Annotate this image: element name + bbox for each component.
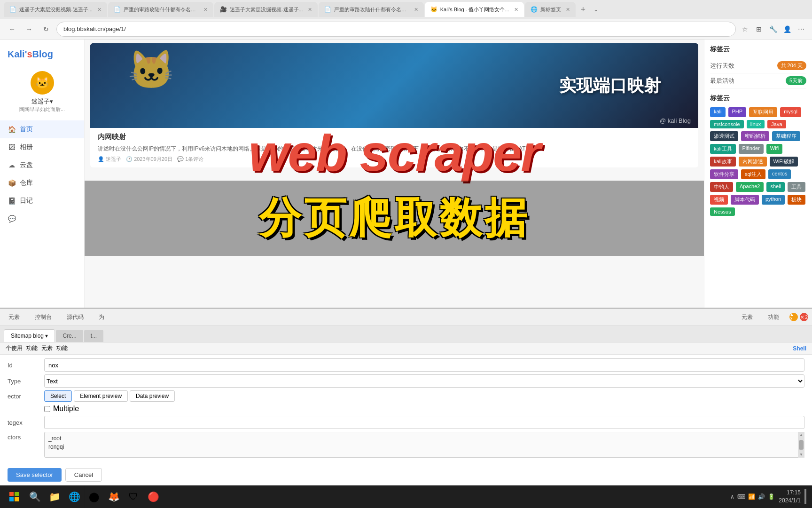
tag-nessus[interactable]: Nessus	[710, 207, 735, 216]
sidebar-item-storage[interactable]: 📦 仓库	[0, 174, 84, 192]
start-button[interactable]	[6, 488, 23, 505]
devtools-tab-console[interactable]: 控制台	[30, 311, 56, 323]
taskbar-chrome-icon[interactable]: ⬤	[86, 488, 102, 505]
show-desktop[interactable]	[804, 489, 806, 504]
tray-chevron[interactable]: ∧	[730, 493, 734, 500]
tab-more-button[interactable]: ⌄	[591, 6, 601, 13]
browser-tab-4[interactable]: 📄 严重的审路攻陆什什都有令名里... ✕	[319, 2, 424, 17]
devtools-tab-for[interactable]: 为	[94, 311, 109, 323]
devtools-tab-elements[interactable]: 元素	[4, 311, 24, 323]
article-info: 内网映射 讲述时在没什么公网IP的情况下，利用IPv6来访问木地的网络。但是IP…	[90, 128, 698, 167]
tag-china[interactable]: 中钓人	[710, 182, 733, 192]
type-select[interactable]: Text Link Image Table	[44, 374, 804, 388]
tab-close-6[interactable]: ✕	[566, 7, 570, 13]
sidebar-item-cloud[interactable]: ☁ 云盘	[0, 156, 84, 174]
tray-volume[interactable]: 🔊	[758, 493, 765, 500]
scraper-tab-t[interactable]: t...	[84, 330, 103, 342]
tag-tools[interactable]: 工具	[788, 182, 805, 192]
select-tab[interactable]: Select	[44, 390, 72, 402]
multiple-checkbox[interactable]	[44, 406, 50, 412]
logo-text: Kali'sBlog	[8, 49, 53, 60]
user-profile-icon[interactable]: 👤	[782, 24, 792, 34]
tag-webapp[interactable]: 互联网用	[749, 107, 777, 117]
save-selector-button[interactable]: Save selector	[8, 468, 62, 482]
tag-java[interactable]: Java	[767, 120, 786, 128]
tag-kaliblog[interactable]: kali故事	[710, 157, 736, 167]
data-preview-tab[interactable]: Data preview	[130, 390, 175, 402]
new-tab-button[interactable]: +	[577, 3, 590, 16]
taskbar-explorer-icon[interactable]: 📁	[46, 488, 63, 505]
tag-wifi[interactable]: Wifi	[766, 144, 782, 154]
tag-basics[interactable]: 基础程序	[772, 131, 800, 141]
taskbar-media-icon[interactable]: 🦊	[105, 488, 122, 505]
tag-mysql[interactable]: mysql	[780, 107, 801, 117]
tag-shell[interactable]: shell	[766, 182, 785, 192]
tag-msfconsole[interactable]: msfconsole	[710, 120, 744, 128]
tag-linux[interactable]: linux	[747, 120, 765, 128]
chat-icon: 💬	[8, 214, 16, 223]
tag-cloud: kali PHP 互联网用 mysql msfconsole linux Jav…	[710, 107, 806, 216]
tab-close-4[interactable]: ✕	[414, 7, 418, 13]
scrollbar[interactable]: ▲ ▼	[798, 432, 804, 458]
tag-sqluser[interactable]: sql注入	[741, 169, 765, 179]
tab-close-5[interactable]: ✕	[514, 7, 518, 13]
url-input[interactable]	[56, 22, 736, 37]
bookmark-icon[interactable]: ☆	[740, 24, 750, 34]
tag-netsec[interactable]: 内网渗透	[739, 157, 767, 167]
tag-forum[interactable]: 板块	[788, 195, 805, 205]
taskbar-clock[interactable]: 17:15 2024/1/1	[779, 489, 801, 505]
browser-tab-6[interactable]: 🌐 新标签页 ✕	[525, 2, 576, 17]
extension-icon[interactable]: 🔧	[768, 24, 778, 34]
tab-close-1[interactable]: ✕	[97, 7, 102, 13]
tag-centos[interactable]: centos	[768, 169, 791, 179]
tab-close-2[interactable]: ✕	[203, 7, 208, 13]
scraper-tab-sitemap[interactable]: Sitemap blog ▾	[4, 329, 55, 342]
error-badge: ✕ 2	[800, 313, 808, 321]
tag-sqlinjection[interactable]: 软件分享	[710, 169, 738, 179]
tag-decode[interactable]: 密码解析	[741, 131, 769, 141]
tag-php[interactable]: PHP	[728, 107, 747, 117]
sidebar-item-diary[interactable]: 📓 日记	[0, 192, 84, 210]
cancel-button[interactable]: Cancel	[65, 468, 102, 482]
forward-button[interactable]: →	[23, 23, 36, 36]
tray-battery[interactable]: 🔋	[768, 493, 775, 500]
regex-input[interactable]	[44, 416, 804, 429]
browser-tab-3[interactable]: 🎥 迷遥子大素层没掘视频-迷遥子... ✕	[214, 2, 318, 17]
taskbar-vpn-icon[interactable]: 🔴	[145, 488, 162, 505]
taskbar-search-icon[interactable]: 🔍	[26, 488, 43, 505]
settings-icon[interactable]: ⋯	[796, 24, 806, 34]
refresh-button[interactable]: ↻	[39, 23, 53, 36]
tag-kali[interactable]: kali	[710, 107, 726, 117]
sidebar-item-gallery[interactable]: 🖼 相册	[0, 138, 84, 156]
mascot: 🐱	[128, 48, 175, 92]
devtools-tab-features[interactable]: 功能	[763, 311, 784, 323]
tag-apache2[interactable]: Apache2	[736, 182, 764, 192]
sidebar-item-chat[interactable]: 💬	[0, 210, 84, 228]
browser-tab-2[interactable]: 📄 严重的审路攻陆什什都有令名里... ✕	[108, 2, 213, 17]
tag-python[interactable]: python	[762, 195, 785, 205]
user-desc: 陶陶早早如此而后...	[19, 106, 65, 113]
scraper-tab-create[interactable]: Cre...	[56, 330, 83, 342]
tag-pifinder[interactable]: Pifinder	[739, 144, 764, 154]
browser-tab-5[interactable]: 🐱 Kali's Blog - 傻小丫网络女个... ✕	[425, 2, 524, 17]
taskbar-edge-icon[interactable]: 🌐	[66, 488, 83, 505]
element-preview-tab[interactable]: Element preview	[74, 390, 128, 402]
tag-script[interactable]: 脚本代码	[731, 195, 759, 205]
tray-keyboard[interactable]: ⌨	[737, 493, 745, 500]
browser-tab-1[interactable]: 📄 迷遥子大素层没掘视频-迷遥子... ✕	[4, 2, 107, 17]
id-input[interactable]	[44, 358, 804, 372]
back-button[interactable]: ←	[6, 23, 19, 36]
tab-close-3[interactable]: ✕	[308, 7, 312, 13]
tag-wificrack[interactable]: WiFi破解	[770, 157, 798, 167]
tag-video[interactable]: 视频	[710, 195, 728, 205]
diary-icon: 📓	[8, 197, 16, 205]
bookmark-folder-icon[interactable]: ⊞	[754, 24, 764, 34]
tag-kalitool[interactable]: kali工具	[710, 144, 736, 154]
tray-network[interactable]: 📶	[748, 493, 755, 500]
devtools-tab-elements2[interactable]: 元素	[737, 311, 757, 323]
taskbar-antivirus-icon[interactable]: 🛡	[125, 488, 142, 505]
devtools-tab-sources[interactable]: 源代码	[62, 311, 88, 323]
tag-pentest[interactable]: 渗透测试	[710, 131, 738, 141]
toolbar-label-feat: 功能	[56, 344, 68, 352]
sidebar-item-home[interactable]: 🏠 首页	[0, 120, 84, 138]
